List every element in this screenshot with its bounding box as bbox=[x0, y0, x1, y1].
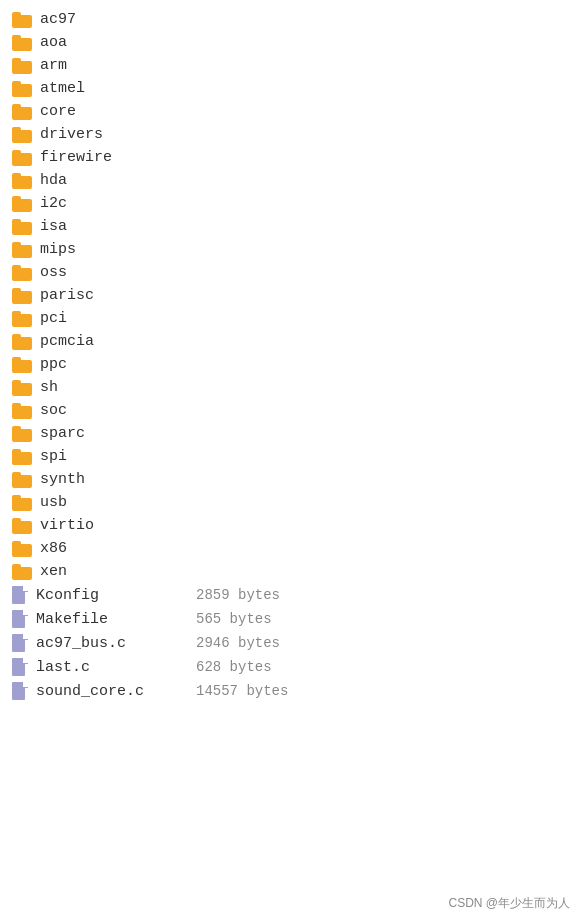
file-icon bbox=[12, 634, 28, 652]
item-name: oss bbox=[40, 264, 180, 281]
folder-icon bbox=[12, 472, 32, 488]
item-name: x86 bbox=[40, 540, 180, 557]
list-item[interactable]: firewire bbox=[12, 146, 570, 169]
list-item[interactable]: core bbox=[12, 100, 570, 123]
list-item[interactable]: usb bbox=[12, 491, 570, 514]
watermark: CSDN @年少生而为人 bbox=[448, 895, 570, 912]
item-name: xen bbox=[40, 563, 180, 580]
folder-icon bbox=[12, 81, 32, 97]
folder-icon bbox=[12, 380, 32, 396]
item-name: ppc bbox=[40, 356, 180, 373]
folder-icon bbox=[12, 12, 32, 28]
folder-icon bbox=[12, 242, 32, 258]
file-icon bbox=[12, 682, 28, 700]
item-name: mips bbox=[40, 241, 180, 258]
file-icon bbox=[12, 658, 28, 676]
folder-icon bbox=[12, 564, 32, 580]
folder-icon bbox=[12, 311, 32, 327]
item-name: ac97_bus.c bbox=[36, 635, 176, 652]
item-size: 628 bytes bbox=[196, 659, 272, 675]
list-item[interactable]: oss bbox=[12, 261, 570, 284]
folder-icon bbox=[12, 196, 32, 212]
list-item[interactable]: ppc bbox=[12, 353, 570, 376]
list-item[interactable]: drivers bbox=[12, 123, 570, 146]
item-name: synth bbox=[40, 471, 180, 488]
list-item[interactable]: isa bbox=[12, 215, 570, 238]
list-item[interactable]: sound_core.c14557 bytes bbox=[12, 679, 570, 703]
item-name: sparc bbox=[40, 425, 180, 442]
item-name: sh bbox=[40, 379, 180, 396]
item-name: atmel bbox=[40, 80, 180, 97]
item-name: parisc bbox=[40, 287, 180, 304]
folder-icon bbox=[12, 150, 32, 166]
list-item[interactable]: mips bbox=[12, 238, 570, 261]
list-item[interactable]: ac97_bus.c2946 bytes bbox=[12, 631, 570, 655]
folder-icon bbox=[12, 58, 32, 74]
file-list: ac97aoaarmatmelcoredriversfirewirehdai2c… bbox=[12, 8, 570, 703]
item-size: 2859 bytes bbox=[196, 587, 280, 603]
file-icon bbox=[12, 586, 28, 604]
folder-icon bbox=[12, 219, 32, 235]
item-name: ac97 bbox=[40, 11, 180, 28]
list-item[interactable]: parisc bbox=[12, 284, 570, 307]
folder-icon bbox=[12, 35, 32, 51]
folder-icon bbox=[12, 288, 32, 304]
item-size: 14557 bytes bbox=[196, 683, 288, 699]
list-item[interactable]: ac97 bbox=[12, 8, 570, 31]
list-item[interactable]: xen bbox=[12, 560, 570, 583]
list-item[interactable]: arm bbox=[12, 54, 570, 77]
folder-icon bbox=[12, 518, 32, 534]
list-item[interactable]: spi bbox=[12, 445, 570, 468]
folder-icon bbox=[12, 403, 32, 419]
list-item[interactable]: virtio bbox=[12, 514, 570, 537]
item-name: Kconfig bbox=[36, 587, 176, 604]
folder-icon bbox=[12, 127, 32, 143]
item-name: i2c bbox=[40, 195, 180, 212]
list-item[interactable]: aoa bbox=[12, 31, 570, 54]
folder-icon bbox=[12, 541, 32, 557]
item-name: aoa bbox=[40, 34, 180, 51]
item-name: last.c bbox=[36, 659, 176, 676]
list-item[interactable]: synth bbox=[12, 468, 570, 491]
list-item[interactable]: i2c bbox=[12, 192, 570, 215]
folder-icon bbox=[12, 449, 32, 465]
item-name: sound_core.c bbox=[36, 683, 176, 700]
list-item[interactable]: Kconfig2859 bytes bbox=[12, 583, 570, 607]
item-name: pci bbox=[40, 310, 180, 327]
file-icon bbox=[12, 610, 28, 628]
item-name: hda bbox=[40, 172, 180, 189]
folder-icon bbox=[12, 495, 32, 511]
item-name: firewire bbox=[40, 149, 180, 166]
list-item[interactable]: x86 bbox=[12, 537, 570, 560]
folder-icon bbox=[12, 173, 32, 189]
folder-icon bbox=[12, 265, 32, 281]
item-size: 2946 bytes bbox=[196, 635, 280, 651]
item-name: core bbox=[40, 103, 180, 120]
item-name: soc bbox=[40, 402, 180, 419]
list-item[interactable]: Makefile565 bytes bbox=[12, 607, 570, 631]
item-name: Makefile bbox=[36, 611, 176, 628]
list-item[interactable]: pcmcia bbox=[12, 330, 570, 353]
list-item[interactable]: atmel bbox=[12, 77, 570, 100]
list-item[interactable]: sparc bbox=[12, 422, 570, 445]
list-item[interactable]: sh bbox=[12, 376, 570, 399]
item-name: virtio bbox=[40, 517, 180, 534]
folder-icon bbox=[12, 357, 32, 373]
item-name: drivers bbox=[40, 126, 180, 143]
list-item[interactable]: hda bbox=[12, 169, 570, 192]
folder-icon bbox=[12, 104, 32, 120]
item-name: arm bbox=[40, 57, 180, 74]
item-name: pcmcia bbox=[40, 333, 180, 350]
item-size: 565 bytes bbox=[196, 611, 272, 627]
list-item[interactable]: last.c628 bytes bbox=[12, 655, 570, 679]
folder-icon bbox=[12, 426, 32, 442]
list-item[interactable]: pci bbox=[12, 307, 570, 330]
item-name: spi bbox=[40, 448, 180, 465]
folder-icon bbox=[12, 334, 32, 350]
item-name: isa bbox=[40, 218, 180, 235]
list-item[interactable]: soc bbox=[12, 399, 570, 422]
item-name: usb bbox=[40, 494, 180, 511]
